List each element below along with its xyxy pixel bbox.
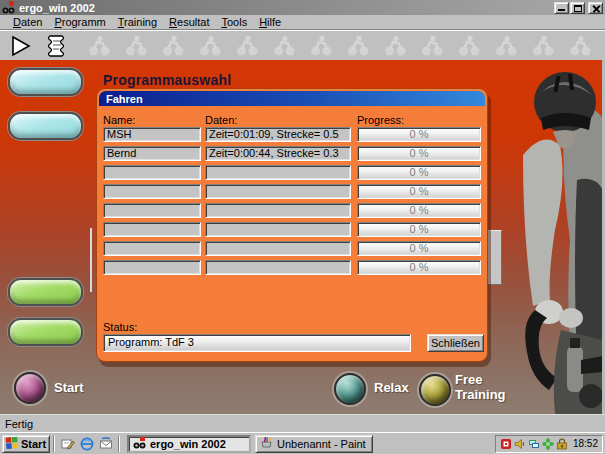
statusbar: Fertig	[0, 414, 605, 432]
menu-daten[interactable]: Daten	[7, 15, 48, 29]
sidebar-button-3[interactable]	[8, 278, 83, 306]
app-logo-icon	[2, 1, 15, 14]
sidebar-button-4[interactable]	[8, 318, 83, 346]
bike-icon-disabled	[308, 34, 334, 58]
statusbar-text: Fertig	[5, 418, 33, 430]
task-paint[interactable]: Unbenannt - Paint	[255, 435, 373, 453]
tray-antivirus-icon[interactable]	[542, 438, 554, 450]
rider-row: Bernd Zeit=0:00:44, Strecke= 0.3 0 %	[97, 146, 487, 161]
bike-icon-disabled	[419, 34, 445, 58]
daten-header: Daten:	[205, 114, 237, 126]
taskbar-divider	[118, 436, 120, 452]
background-scrollbar-fragment	[486, 230, 502, 285]
bike-icon-disabled	[234, 34, 260, 58]
rider-progress-bar: 0 %	[357, 165, 481, 180]
cyclist-photo	[515, 60, 603, 414]
bike-icon-disabled	[530, 34, 556, 58]
task-paint-label: Unbenannt - Paint	[277, 438, 366, 450]
rider-progress-bar: 0 %	[357, 146, 481, 161]
menu-tools[interactable]: Tools	[215, 15, 253, 29]
menu-training[interactable]: Training	[112, 15, 163, 29]
background-window-edge	[90, 228, 92, 292]
start-menu-label: Start	[21, 438, 46, 450]
rider-daten-field	[205, 165, 351, 180]
show-desktop-icon[interactable]	[60, 436, 75, 451]
window-titlebar[interactable]: ergo_win 2002	[0, 0, 605, 15]
main-area: Programmauswahl	[0, 60, 605, 414]
windows-flag-icon	[6, 437, 18, 451]
bike-icon-disabled	[197, 34, 223, 58]
rider-row: 0 %	[97, 241, 487, 256]
minimize-button[interactable]	[554, 2, 569, 14]
menubar: Daten Programm Training Resultat Tools H…	[0, 15, 605, 30]
dialog-titlebar[interactable]: Fahren	[99, 91, 485, 106]
start-round-button[interactable]	[14, 372, 46, 404]
system-tray: 18:52	[495, 435, 603, 453]
rider-progress-bar: 0 %	[357, 203, 481, 218]
relax-label: Relax	[374, 380, 409, 395]
rider-progress-bar: 0 %	[357, 127, 481, 142]
rider-row: 0 %	[97, 184, 487, 199]
bike-icon-disabled	[567, 34, 593, 58]
play-icon[interactable]	[8, 34, 34, 58]
rider-name-field: MSH	[103, 127, 201, 142]
close-button[interactable]	[588, 2, 603, 14]
outlook-express-icon[interactable]	[98, 436, 113, 451]
menu-hilfe[interactable]: Hilfe	[253, 15, 287, 29]
rider-daten-field	[205, 260, 351, 275]
screen: ergo_win 2002 Daten Programm Training Re…	[0, 0, 605, 454]
bike-icon-disabled	[382, 34, 408, 58]
menu-resultat[interactable]: Resultat	[163, 15, 215, 29]
rider-row: MSH Zeit=0:01:09, Strecke= 0.5 0 %	[97, 127, 487, 142]
bike-icon-disabled	[123, 34, 149, 58]
free-training-round-button[interactable]	[419, 374, 451, 406]
bike-icon-disabled	[345, 34, 371, 58]
tray-clock: 18:52	[573, 438, 598, 449]
tray-volume-icon[interactable]	[514, 438, 526, 450]
task-ergo-win-label: ergo_win 2002	[150, 438, 226, 450]
toolbar-disabled-icons	[86, 34, 593, 58]
internet-explorer-icon[interactable]	[79, 436, 94, 451]
menu-programm[interactable]: Programm	[48, 15, 111, 29]
sidebar-button-1[interactable]	[8, 68, 83, 96]
program-list-icon[interactable]	[44, 34, 70, 58]
tray-security-icon[interactable]	[556, 438, 568, 450]
rider-progress-bar: 0 %	[357, 241, 481, 256]
rider-rows: MSH Zeit=0:01:09, Strecke= 0.5 0 % Bernd…	[97, 127, 487, 279]
start-menu-button[interactable]: Start	[2, 435, 50, 453]
bike-icon-disabled	[493, 34, 519, 58]
quick-launch	[58, 436, 115, 451]
fahren-dialog: Fahren Name: Daten: Progress: MSH Zeit=0…	[96, 88, 488, 362]
bike-icon-disabled	[86, 34, 112, 58]
tray-scheduler-icon[interactable]	[500, 438, 512, 450]
rider-daten-field	[205, 203, 351, 218]
rider-daten-field	[205, 241, 351, 256]
taskbar: Start ergo_win 2002 Unbenannt - Paint 18…	[0, 432, 605, 454]
paint-icon	[260, 436, 273, 451]
rider-name-field	[103, 203, 201, 218]
window-title: ergo_win 2002	[19, 2, 553, 14]
rider-progress-bar: 0 %	[357, 184, 481, 199]
rider-row: 0 %	[97, 165, 487, 180]
ergo-win-icon	[133, 436, 146, 451]
sidebar-button-2[interactable]	[8, 112, 83, 140]
rider-name-field	[103, 165, 201, 180]
restore-button[interactable]	[570, 2, 585, 14]
rider-name-field: Bernd	[103, 146, 201, 161]
rider-name-field	[103, 222, 201, 237]
status-label: Status:	[103, 321, 137, 333]
tray-network-icon[interactable]	[528, 438, 540, 450]
task-ergo-win[interactable]: ergo_win 2002	[127, 435, 251, 453]
rider-daten-field	[205, 184, 351, 199]
relax-round-button[interactable]	[334, 373, 366, 405]
bike-icon-disabled	[456, 34, 482, 58]
bike-icon-disabled	[160, 34, 186, 58]
page-title: Programmauswahl	[103, 72, 231, 88]
free-training-label: Free Training	[455, 372, 519, 402]
rider-name-field	[103, 184, 201, 199]
schliessen-button[interactable]: Schließen	[427, 334, 484, 352]
rider-daten-field: Zeit=0:01:09, Strecke= 0.5	[205, 127, 351, 142]
rider-daten-field: Zeit=0:00:44, Strecke= 0.3	[205, 146, 351, 161]
status-field: Programm: TdF 3	[103, 334, 411, 352]
rider-row: 0 %	[97, 260, 487, 275]
